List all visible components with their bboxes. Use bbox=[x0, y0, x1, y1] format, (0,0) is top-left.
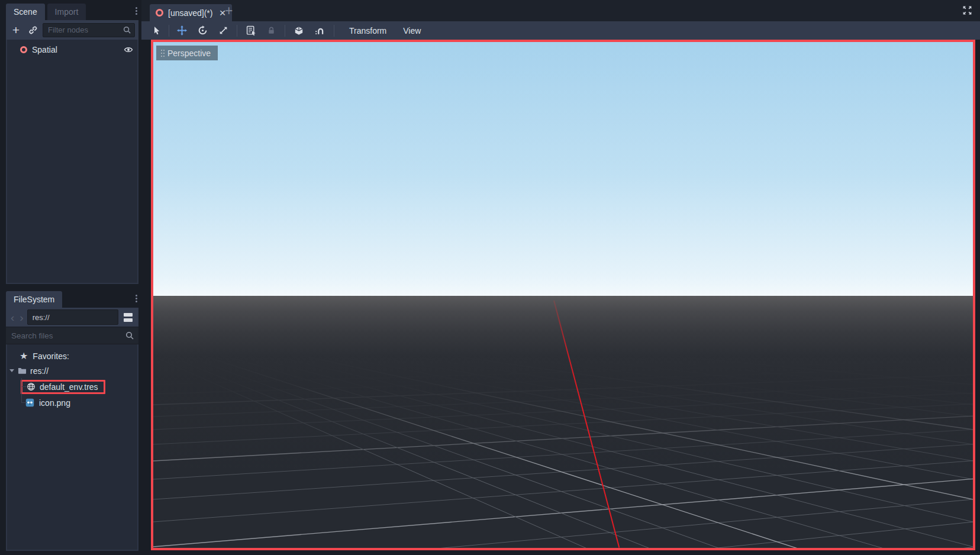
filesystem-dock-body: ‹ › ★ Favorites: res:// bbox=[6, 308, 138, 551]
nav-forward-button[interactable]: › bbox=[18, 312, 25, 323]
lock-icon bbox=[267, 26, 276, 35]
annotation-box-viewport: Perspective bbox=[151, 40, 975, 550]
move-tool-button[interactable] bbox=[174, 23, 189, 38]
filter-nodes-input[interactable] bbox=[43, 24, 134, 37]
tab-filesystem[interactable]: FileSystem bbox=[6, 291, 62, 308]
favorites-label: Favorites: bbox=[33, 351, 69, 361]
rotate-icon bbox=[198, 25, 208, 36]
scene-dock-tabbar: Scene Import bbox=[6, 4, 138, 20]
select-tool-button[interactable] bbox=[149, 23, 164, 38]
local-space-button[interactable] bbox=[291, 23, 307, 38]
scale-icon bbox=[219, 26, 228, 35]
rotate-tool-button[interactable] bbox=[195, 23, 210, 38]
spatial-node-icon bbox=[156, 9, 163, 17]
res-root-label: res:// bbox=[30, 366, 49, 376]
snap-toggle-button[interactable] bbox=[312, 23, 327, 38]
scene-dock-toolbar: + bbox=[6, 20, 138, 40]
split-mode-toggle-icon[interactable] bbox=[120, 310, 136, 324]
add-node-button[interactable]: + bbox=[9, 22, 22, 38]
image-file-icon bbox=[25, 398, 34, 407]
instance-scene-button[interactable] bbox=[26, 22, 39, 38]
move-icon bbox=[177, 25, 187, 36]
tab-import[interactable]: Import bbox=[47, 4, 86, 20]
search-files-wrap bbox=[6, 327, 138, 344]
transform-menu[interactable]: Transform bbox=[341, 26, 395, 36]
list-select-button[interactable] bbox=[243, 23, 259, 38]
list-select-icon bbox=[246, 25, 256, 36]
collapse-arrow-icon[interactable] bbox=[9, 369, 14, 372]
path-field[interactable] bbox=[28, 310, 118, 324]
visibility-eye-icon[interactable] bbox=[124, 45, 133, 54]
scene-dock-menu-icon[interactable] bbox=[136, 7, 137, 9]
tree-guide bbox=[21, 378, 22, 403]
tree-guide bbox=[21, 402, 27, 403]
filesystem-tree: ★ Favorites: res:// default_env.tres bbox=[6, 344, 138, 551]
drag-handle-icon bbox=[161, 50, 162, 51]
viewport-ground bbox=[153, 296, 973, 548]
file-row-icon-png[interactable]: icon.png bbox=[7, 395, 137, 410]
view-menu[interactable]: View bbox=[395, 26, 429, 36]
filesystem-dock-tabbar: FileSystem bbox=[6, 291, 138, 308]
filesystem-dock: FileSystem ‹ › ★ Favorites: bbox=[6, 291, 138, 551]
spatial-node-icon bbox=[20, 46, 27, 53]
path-field-wrap bbox=[27, 309, 118, 325]
folder-icon bbox=[18, 366, 27, 375]
file-label: icon.png bbox=[39, 398, 70, 408]
res-root-row[interactable]: res:// bbox=[7, 363, 137, 378]
favorites-row[interactable]: ★ Favorites: bbox=[7, 349, 137, 363]
lock-selected-button[interactable] bbox=[263, 23, 279, 38]
viewport-sky bbox=[153, 42, 973, 296]
scene-dock: Scene Import + Spatial bbox=[6, 4, 138, 285]
node-label: Spatial bbox=[32, 45, 57, 54]
scene-tree: Spatial bbox=[6, 40, 138, 284]
filesystem-dock-menu-icon[interactable] bbox=[136, 295, 137, 296]
file-row-default-env[interactable]: default_env.tres bbox=[7, 378, 137, 395]
file-label: default_env.tres bbox=[40, 382, 98, 392]
star-icon: ★ bbox=[20, 351, 28, 361]
filesystem-nav: ‹ › bbox=[6, 308, 138, 327]
tab-scene[interactable]: Scene bbox=[6, 4, 45, 20]
scene-tree-row-spatial[interactable]: Spatial bbox=[7, 42, 137, 57]
nav-back-button[interactable]: ‹ bbox=[9, 312, 16, 323]
scale-tool-button[interactable] bbox=[215, 23, 231, 38]
godot-editor-window: { "scene_dock": { "tabs": { "scene": "Sc… bbox=[0, 0, 980, 555]
tree-guide bbox=[21, 386, 27, 387]
search-icon bbox=[122, 25, 131, 34]
annotation-box-default-env: default_env.tres bbox=[21, 380, 105, 394]
magnet-icon bbox=[315, 26, 324, 36]
search-files-input[interactable] bbox=[6, 327, 138, 344]
filter-nodes-input-wrap bbox=[43, 23, 135, 37]
scene-tab-unsaved[interactable]: [unsaved](*) × bbox=[150, 4, 232, 21]
viewport-3d[interactable]: Perspective bbox=[153, 42, 973, 548]
spatial-editor-toolbar: Transform View bbox=[141, 21, 980, 40]
perspective-menu[interactable]: Perspective bbox=[156, 46, 218, 60]
cube-icon bbox=[294, 26, 304, 36]
environment-globe-icon bbox=[27, 382, 36, 391]
cursor-icon bbox=[151, 26, 161, 36]
scene-tab-bar: [unsaved](*) × + bbox=[141, 0, 980, 21]
new-scene-tab-button[interactable]: + bbox=[225, 3, 233, 19]
scene-tab-label: [unsaved](*) bbox=[168, 8, 212, 18]
expand-viewport-icon[interactable] bbox=[962, 5, 972, 15]
search-icon bbox=[125, 331, 134, 340]
perspective-label: Perspective bbox=[167, 49, 211, 58]
link-icon bbox=[28, 25, 37, 34]
